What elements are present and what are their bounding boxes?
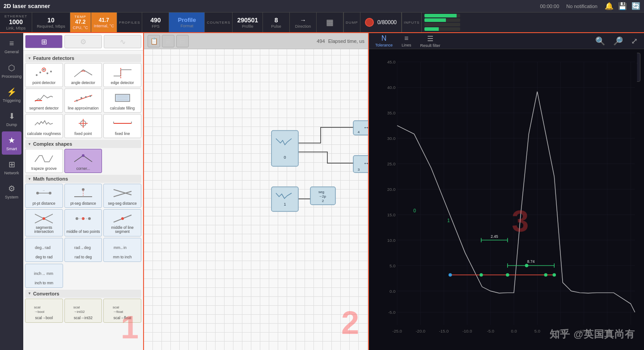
raddeg-label: rad to deg: [75, 255, 92, 259]
ptseg-label: pt-seg distance: [70, 202, 96, 206]
nav-smart[interactable]: ★ Smart: [2, 131, 21, 155]
detector-roughness[interactable]: calculate roughness: [25, 114, 63, 138]
detector-fixed-point[interactable]: fixed point: [64, 114, 102, 138]
canvas-btn-3[interactable]: ⊟: [176, 35, 189, 47]
save-icon[interactable]: 💾: [618, 2, 627, 10]
sidebar-tab-wave[interactable]: ∿: [104, 35, 141, 48]
panel-body: Feature detectors point detector angle d…: [23, 51, 143, 350]
refresh-icon[interactable]: 🔄: [631, 2, 640, 10]
alert-icon[interactable]: 🔔: [605, 2, 614, 10]
detector-fixed-line[interactable]: fixed line: [103, 114, 141, 138]
midtwo-icon: [72, 211, 95, 226]
detector-segment[interactable]: segment detector: [25, 89, 63, 113]
detector-angle[interactable]: angle detector: [64, 63, 102, 87]
scalint-icon: scal→int32: [72, 301, 95, 315]
detector-trapeze[interactable]: trapeze groove: [25, 149, 63, 173]
elapsed-label: Elapsed time, us: [328, 38, 364, 44]
point-detector-icon: [32, 65, 55, 80]
svg-text:35.0: 35.0: [387, 110, 395, 115]
section-complex-shapes[interactable]: Complex shapes: [25, 140, 141, 148]
chart-svg: 45.0 40.0 35.0 30.0 25.0 20.0 15.0 10.0 …: [369, 49, 644, 350]
nav-triggering[interactable]: ⚡ Triggering: [2, 83, 21, 106]
conv-scalint[interactable]: scal→int32 scal→int32: [64, 299, 102, 323]
complex-shapes-grid: trapeze groove corner...: [25, 149, 141, 173]
inputs-label: INPUTS: [404, 21, 419, 25]
dump-icon: ⬇: [8, 111, 15, 121]
internal-temp-group: 41.7 Internal, °C: [91, 13, 117, 32]
math-intersection[interactable]: segments intersection: [25, 209, 63, 236]
top-bar-icons: 🔔 💾 🔄: [605, 2, 640, 10]
svg-point-41: [121, 217, 124, 220]
nav-processing[interactable]: ⬡ Processing: [2, 59, 21, 82]
corner-icon: [72, 151, 95, 165]
math-mminch[interactable]: mmin→ mm to inch: [103, 238, 141, 262]
math-inchtomm[interactable]: inchmm→ inch to mm: [25, 264, 63, 288]
svg-text:inch: inch: [34, 271, 42, 276]
nav-system[interactable]: ⚙ System: [2, 180, 21, 203]
midline-icon: [111, 211, 134, 226]
nav-general[interactable]: ≡ General: [2, 35, 21, 58]
canvas-btn-1[interactable]: 📋: [148, 35, 160, 47]
nav-network[interactable]: ⊞ Network: [2, 156, 21, 179]
math-midtwo[interactable]: middle of two points: [64, 209, 102, 236]
zoom-in-btn[interactable]: 🔍: [593, 35, 608, 47]
trapeze-icon: [32, 151, 55, 165]
math-midline[interactable]: middle of line segment: [103, 209, 141, 236]
corner-label: corner...: [76, 167, 90, 171]
counters-label: COUNTERS: [207, 21, 230, 25]
math-ptseg[interactable]: pt-seg distance: [64, 184, 102, 208]
svg-text:5.0: 5.0: [534, 329, 540, 333]
zoom-out-icon: 🔎: [613, 36, 623, 46]
ptseg-icon: [72, 186, 95, 200]
svg-text:30.0: 30.0: [387, 136, 395, 141]
canvas-inner[interactable]: 2: [144, 49, 368, 350]
svg-text:→int32: →int32: [73, 310, 85, 314]
result-filter-btn[interactable]: ☰ Result filter: [418, 34, 443, 49]
point-detector-label: point detector: [33, 81, 56, 85]
math-ptpt[interactable]: ↔ pt-pt distance: [25, 184, 63, 208]
watermark: 知乎 @英国真尚有: [550, 328, 635, 341]
fps-group: 490 FPS: [142, 13, 169, 32]
canvas-btn-2[interactable]: ⊞: [162, 35, 174, 47]
elapsed-val: 494: [317, 38, 325, 44]
svg-point-0: [36, 74, 38, 76]
detector-edge[interactable]: edge detector: [103, 63, 141, 87]
math-degrad[interactable]: degrad→ deg to rad: [25, 238, 63, 262]
dump-indicator[interactable]: [365, 18, 374, 27]
svg-text:3: 3: [358, 168, 360, 172]
section-convertors[interactable]: Convertors: [25, 290, 141, 298]
sidebar-tab-grid[interactable]: ⊞: [25, 35, 63, 48]
tolerance-btn[interactable]: N Tolerance: [373, 34, 395, 48]
detector-filling[interactable]: calculate filling: [103, 89, 141, 113]
nav-dump[interactable]: ⬇ Dump: [2, 107, 21, 131]
detector-line-approx[interactable]: line approximation: [64, 89, 102, 113]
section-math-functions[interactable]: Math functions: [25, 175, 141, 183]
svg-text:-15.0: -15.0: [439, 329, 449, 333]
counters-label-group: COUNTERS: [205, 13, 233, 32]
internal-lbl: Internal, °C: [94, 24, 114, 28]
conv-scalfloat[interactable]: scal→float scal→float: [103, 299, 141, 323]
fullscreen-btn[interactable]: ⤢: [628, 35, 640, 47]
svg-text:20.0: 20.0: [387, 187, 395, 192]
svg-point-12: [89, 95, 91, 97]
lines-btn[interactable]: ≡ Lines: [399, 34, 414, 48]
detector-point[interactable]: point detector: [25, 63, 63, 87]
tolerance-label: Tolerance: [375, 43, 393, 47]
canvas-elapsed: 494 Elapsed time, us: [317, 38, 364, 44]
svg-text:1: 1: [284, 202, 286, 207]
input-bar-2: [424, 18, 460, 22]
segseg-label: seg-seg distance: [108, 202, 137, 206]
zoom-out-btn[interactable]: 🔎: [610, 35, 626, 47]
svg-point-1: [39, 72, 41, 73]
input-bar-3: [424, 23, 460, 26]
math-raddeg[interactable]: raddeg→ rad to deg: [64, 238, 102, 262]
chart-container: Control results # Type Value Result 5: [369, 49, 644, 350]
svg-text:0: 0: [413, 208, 416, 213]
result-area: N Tolerance ≡ Lines ☰ Result filter 🔍 🔎 …: [369, 33, 644, 350]
sidebar-tab-settings[interactable]: ⚙: [64, 35, 102, 48]
math-segseg[interactable]: seg-seg distance: [103, 184, 141, 208]
detector-corner[interactable]: corner...: [64, 149, 102, 173]
conv-scalbool[interactable]: scal→bool scal→bool: [25, 299, 63, 323]
triggering-icon: ⚡: [7, 87, 17, 97]
section-feature-detectors[interactable]: Feature detectors: [25, 54, 141, 62]
